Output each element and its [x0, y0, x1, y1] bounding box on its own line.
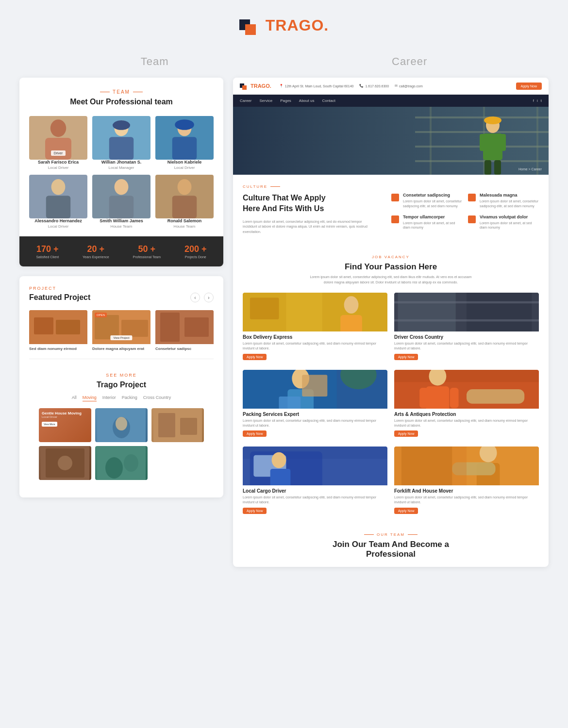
culture-feature-icon-3	[468, 215, 476, 223]
svg-rect-11	[46, 196, 70, 218]
culture-feature-0: Consetetur sadipscing Lorem ipsum dolor …	[391, 193, 462, 209]
culture-feature-3: Vivamus volutpat dolor Lorem ipsum dolor…	[468, 215, 539, 231]
next-arrow[interactable]: ›	[204, 293, 214, 302]
svg-point-36	[124, 454, 138, 472]
team-section-label: Team	[141, 55, 169, 68]
member-role-0: Local Driver	[29, 165, 87, 170]
project-title-row: Featured Project ‹ ›	[29, 293, 214, 302]
svg-rect-8	[172, 137, 197, 160]
svg-rect-24	[184, 317, 209, 337]
member-role-3: Local Driver	[29, 224, 87, 229]
stat-number-0: 170 +	[36, 244, 59, 254]
svg-rect-76	[419, 388, 428, 408]
culture-feature-text-1: Malesuada magna Lorem ipsum dolor sit am…	[480, 193, 539, 209]
svg-rect-5	[109, 137, 134, 160]
team-grid: Driver Sarah Farisco Erica Local Driver	[29, 116, 214, 229]
view-project-btn[interactable]: View More	[42, 422, 57, 427]
svg-rect-77	[450, 388, 459, 408]
job-title-0: Box Delivery Express	[243, 334, 387, 340]
apply-btn-4[interactable]: Apply Now	[243, 508, 267, 514]
featured-caption-2: Consetetur sadipsc	[155, 347, 214, 351]
job-desc-0: Lorem ipsum dolor sit amet, consetetur s…	[243, 341, 387, 351]
filter-moving[interactable]: Moving	[83, 394, 97, 401]
member-role-1: Local Manager	[92, 165, 150, 170]
team-card-inner: TEAM Meet Our Professional team Driver	[19, 78, 223, 229]
nav-about[interactable]: About us	[299, 99, 315, 103]
culture-feature-2: Tempor ullamcorper Lorem ipsum dolor sit…	[391, 215, 462, 231]
apply-btn-3[interactable]: Apply Now	[394, 430, 418, 437]
divider	[29, 359, 214, 359]
svg-rect-1	[245, 24, 256, 35]
job-desc-4: Lorem ipsum dolor sit amet, consetetur s…	[243, 495, 387, 505]
member-name-1: Willian Jhonatan S.	[92, 160, 150, 165]
nav-service[interactable]: Service	[259, 99, 272, 103]
nav-arrows: ‹ ›	[190, 293, 214, 302]
member-photo-placeholder	[29, 175, 87, 218]
project-grid-item-3	[39, 446, 91, 480]
featured-photo-1: OPEN View Project	[92, 310, 150, 344]
career-apply-btn[interactable]: Apply Now	[516, 83, 542, 90]
team-main-title: Meet Our Professional team	[29, 98, 214, 106]
project-grid: Gentle House Moving Local Driver View Mo…	[39, 408, 204, 480]
vacancy-photo-4	[243, 447, 387, 485]
filter-interior[interactable]: Interior	[102, 394, 116, 401]
twitter-icon[interactable]: t	[541, 99, 542, 103]
vacancy-item-1: Driver Cross Country Lorem ipsum dolor s…	[394, 293, 539, 363]
nav-contact[interactable]: Contact	[322, 99, 335, 103]
career-nav: Career Service Pages About us Contact f …	[233, 95, 549, 107]
svg-rect-45	[430, 107, 432, 175]
member-photo-placeholder	[155, 116, 214, 160]
stat-professional-team: 50 + Professional Team	[133, 244, 161, 259]
svg-rect-6	[113, 120, 130, 130]
career-section-label: Career	[392, 55, 427, 68]
culture-feature-icon-0	[391, 194, 399, 201]
svg-point-83	[272, 452, 286, 468]
svg-rect-53	[494, 160, 501, 175]
vacancy-item-4: Local Cargo Driver Lorem ipsum dolor sit…	[243, 447, 387, 517]
member-photo-placeholder	[92, 116, 150, 160]
apply-btn-1[interactable]: Apply Now	[394, 354, 418, 360]
vacancy-photo-2	[243, 370, 387, 409]
logo-icon	[239, 15, 261, 36]
instagram-icon[interactable]: i	[537, 99, 538, 103]
facebook-icon[interactable]: f	[533, 99, 534, 103]
vacancy-small-label: JOB VACANCY	[243, 255, 539, 259]
culture-feature-1: Malesuada magna Lorem ipsum dolor sit am…	[468, 193, 539, 209]
filter-packing[interactable]: Packing	[122, 394, 137, 401]
svg-rect-13	[109, 196, 134, 218]
vacancy-item-2: Packing Services Expert Lorem ipsum dolo…	[243, 370, 387, 440]
section-labels-row: Team Career	[0, 46, 568, 73]
job-title-5: Forklift And House Mover	[394, 488, 539, 494]
apply-btn-0[interactable]: Apply Now	[243, 354, 267, 360]
career-hero-breadcrumb: Home > Career	[518, 167, 542, 171]
job-title-2: Packing Services Expert	[243, 412, 387, 417]
job-title-4: Local Cargo Driver	[243, 488, 387, 494]
member-photo-placeholder	[92, 175, 150, 218]
career-social: f i t	[533, 99, 542, 103]
nav-pages[interactable]: Pages	[280, 99, 291, 103]
apply-btn-2[interactable]: Apply Now	[243, 430, 267, 437]
svg-rect-62	[467, 293, 532, 331]
svg-rect-21	[121, 320, 148, 337]
stat-number-1: 20 +	[83, 244, 109, 254]
logo: TRAGO.	[239, 15, 329, 36]
career-contact-info: 📍 12th April St. Main Loud, South Capita…	[279, 84, 423, 88]
featured-caption-1: Dolore magna aliquyam erat	[92, 347, 150, 351]
vacancy-photo-1	[394, 293, 539, 331]
svg-point-10	[51, 179, 66, 195]
filter-all[interactable]: All	[72, 394, 77, 401]
nav-career[interactable]: Career	[240, 99, 251, 103]
svg-rect-69	[302, 375, 327, 397]
apply-btn-5[interactable]: Apply Now	[394, 508, 418, 514]
featured-view-btn[interactable]: View Project	[110, 335, 132, 340]
svg-point-54	[484, 116, 501, 124]
filter-cross-country[interactable]: Cross Country	[143, 394, 171, 401]
phone-icon: 📞	[359, 84, 364, 88]
svg-point-27	[116, 417, 127, 430]
vacancy-info-0: Box Delivery Express Lorem ipsum dolor s…	[243, 331, 387, 363]
culture-small-label: CULTURE	[243, 184, 539, 189]
prev-arrow[interactable]: ‹	[190, 293, 200, 302]
project-grid-item-4	[95, 446, 148, 480]
vacancy-info-3: Arts & Antiques Protection Lorem ipsum d…	[394, 409, 539, 440]
trago-project-title: Trago Project	[39, 381, 204, 389]
